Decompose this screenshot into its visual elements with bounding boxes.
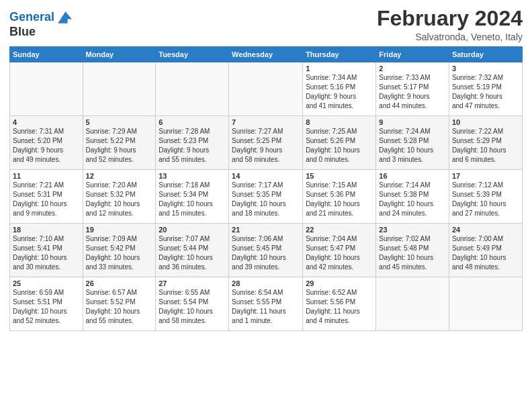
day-number: 3 [452, 64, 519, 73]
day-number: 18 [13, 226, 80, 234]
calendar-container: General Blue February 2024 Salvatronda, … [0, 0, 532, 335]
weekday-header-friday: Friday [376, 47, 449, 62]
calendar-cell: 18Sunrise: 7:10 AM Sunset: 5:41 PM Dayli… [10, 224, 83, 277]
day-number: 2 [379, 64, 446, 73]
day-info: Sunrise: 6:57 AM Sunset: 5:52 PM Dayligh… [86, 288, 153, 326]
calendar-title: February 2024 [377, 7, 523, 30]
day-info: Sunrise: 7:32 AM Sunset: 5:19 PM Dayligh… [452, 73, 519, 111]
day-number: 29 [306, 279, 373, 287]
calendar-cell: 11Sunrise: 7:21 AM Sunset: 5:31 PM Dayli… [10, 170, 83, 224]
calendar-cell [156, 62, 229, 116]
day-info: Sunrise: 7:24 AM Sunset: 5:28 PM Dayligh… [379, 127, 446, 165]
calendar-cell: 22Sunrise: 7:04 AM Sunset: 5:47 PM Dayli… [303, 224, 376, 277]
day-info: Sunrise: 7:34 AM Sunset: 5:16 PM Dayligh… [306, 73, 373, 111]
calendar-cell: 25Sunrise: 6:59 AM Sunset: 5:51 PM Dayli… [10, 277, 83, 331]
calendar-week-row: 4Sunrise: 7:31 AM Sunset: 5:20 PM Daylig… [10, 116, 523, 170]
calendar-cell: 2Sunrise: 7:33 AM Sunset: 5:17 PM Daylig… [376, 62, 449, 116]
day-number: 26 [86, 279, 153, 287]
day-info: Sunrise: 7:25 AM Sunset: 5:26 PM Dayligh… [306, 127, 373, 165]
day-number: 12 [86, 172, 153, 180]
day-number: 19 [86, 226, 153, 234]
calendar-cell [229, 62, 303, 116]
calendar-cell: 26Sunrise: 6:57 AM Sunset: 5:52 PM Dayli… [83, 277, 156, 331]
calendar-week-row: 1Sunrise: 7:34 AM Sunset: 5:16 PM Daylig… [10, 62, 523, 116]
day-number: 10 [452, 118, 519, 126]
day-info: Sunrise: 7:33 AM Sunset: 5:17 PM Dayligh… [379, 73, 446, 111]
calendar-cell: 15Sunrise: 7:15 AM Sunset: 5:36 PM Dayli… [303, 170, 376, 224]
day-info: Sunrise: 7:10 AM Sunset: 5:41 PM Dayligh… [13, 234, 80, 272]
logo-icon [56, 9, 72, 26]
day-number: 15 [306, 172, 373, 180]
calendar-cell [10, 62, 83, 116]
day-info: Sunrise: 7:09 AM Sunset: 5:42 PM Dayligh… [86, 234, 153, 272]
day-info: Sunrise: 7:17 AM Sunset: 5:35 PM Dayligh… [232, 181, 300, 218]
calendar-cell: 6Sunrise: 7:28 AM Sunset: 5:23 PM Daylig… [156, 116, 229, 170]
calendar-cell: 24Sunrise: 7:00 AM Sunset: 5:49 PM Dayli… [449, 224, 522, 277]
calendar-cell: 14Sunrise: 7:17 AM Sunset: 5:35 PM Dayli… [229, 170, 303, 224]
weekday-header-thursday: Thursday [303, 47, 376, 62]
day-info: Sunrise: 7:15 AM Sunset: 5:36 PM Dayligh… [306, 181, 373, 218]
day-info: Sunrise: 6:55 AM Sunset: 5:54 PM Dayligh… [159, 288, 226, 326]
weekday-header-saturday: Saturday [449, 47, 522, 62]
day-info: Sunrise: 7:12 AM Sunset: 5:39 PM Dayligh… [452, 181, 519, 218]
day-number: 1 [306, 64, 373, 73]
day-info: Sunrise: 7:00 AM Sunset: 5:49 PM Dayligh… [452, 234, 519, 272]
day-number: 9 [379, 118, 446, 126]
calendar-cell: 16Sunrise: 7:14 AM Sunset: 5:38 PM Dayli… [376, 170, 449, 224]
svg-marker-0 [58, 11, 72, 24]
calendar-cell: 9Sunrise: 7:24 AM Sunset: 5:28 PM Daylig… [376, 116, 449, 170]
day-number: 23 [379, 226, 446, 234]
calendar-cell: 3Sunrise: 7:32 AM Sunset: 5:19 PM Daylig… [449, 62, 522, 116]
calendar-cell: 13Sunrise: 7:18 AM Sunset: 5:34 PM Dayli… [156, 170, 229, 224]
logo: General Blue [9, 9, 72, 39]
day-info: Sunrise: 7:21 AM Sunset: 5:31 PM Dayligh… [13, 181, 80, 218]
logo-text: General [9, 11, 54, 24]
day-number: 28 [232, 279, 300, 287]
day-number: 5 [86, 118, 153, 126]
calendar-cell [376, 277, 449, 331]
calendar-cell: 1Sunrise: 7:34 AM Sunset: 5:16 PM Daylig… [303, 62, 376, 116]
calendar-cell: 19Sunrise: 7:09 AM Sunset: 5:42 PM Dayli… [83, 224, 156, 277]
weekday-header-sunday: Sunday [10, 47, 83, 62]
calendar-week-row: 18Sunrise: 7:10 AM Sunset: 5:41 PM Dayli… [10, 224, 523, 277]
calendar-cell: 10Sunrise: 7:22 AM Sunset: 5:29 PM Dayli… [449, 116, 522, 170]
day-number: 24 [452, 226, 519, 234]
day-number: 20 [159, 226, 226, 234]
day-info: Sunrise: 7:06 AM Sunset: 5:45 PM Dayligh… [232, 234, 300, 272]
day-number: 22 [306, 226, 373, 234]
day-number: 8 [306, 118, 373, 126]
calendar-subtitle: Salvatronda, Veneto, Italy [377, 32, 523, 42]
calendar-cell: 29Sunrise: 6:52 AM Sunset: 5:56 PM Dayli… [303, 277, 376, 331]
day-info: Sunrise: 7:14 AM Sunset: 5:38 PM Dayligh… [379, 181, 446, 218]
day-info: Sunrise: 7:07 AM Sunset: 5:44 PM Dayligh… [159, 234, 226, 272]
weekday-header-tuesday: Tuesday [156, 47, 229, 62]
day-info: Sunrise: 7:22 AM Sunset: 5:29 PM Dayligh… [452, 127, 519, 165]
day-info: Sunrise: 6:54 AM Sunset: 5:55 PM Dayligh… [232, 288, 300, 326]
calendar-cell: 28Sunrise: 6:54 AM Sunset: 5:55 PM Dayli… [229, 277, 303, 331]
calendar-header: General Blue February 2024 Salvatronda, … [9, 7, 523, 42]
weekday-header-wednesday: Wednesday [229, 47, 303, 62]
day-number: 7 [232, 118, 300, 126]
calendar-table: SundayMondayTuesdayWednesdayThursdayFrid… [9, 46, 523, 331]
day-info: Sunrise: 7:18 AM Sunset: 5:34 PM Dayligh… [159, 181, 226, 218]
calendar-cell: 20Sunrise: 7:07 AM Sunset: 5:44 PM Dayli… [156, 224, 229, 277]
day-number: 11 [13, 172, 80, 180]
day-number: 25 [13, 279, 80, 287]
day-info: Sunrise: 7:28 AM Sunset: 5:23 PM Dayligh… [159, 127, 226, 165]
calendar-cell [83, 62, 156, 116]
calendar-cell: 17Sunrise: 7:12 AM Sunset: 5:39 PM Dayli… [449, 170, 522, 224]
day-number: 17 [452, 172, 519, 180]
calendar-cell: 5Sunrise: 7:29 AM Sunset: 5:22 PM Daylig… [83, 116, 156, 170]
day-info: Sunrise: 7:02 AM Sunset: 5:48 PM Dayligh… [379, 234, 446, 272]
day-number: 27 [159, 279, 226, 287]
calendar-cell [449, 277, 522, 331]
day-number: 13 [159, 172, 226, 180]
day-number: 6 [159, 118, 226, 126]
day-number: 4 [13, 118, 80, 126]
calendar-cell: 7Sunrise: 7:27 AM Sunset: 5:25 PM Daylig… [229, 116, 303, 170]
day-number: 16 [379, 172, 446, 180]
logo-blue-text: Blue [9, 25, 36, 38]
day-number: 21 [232, 226, 300, 234]
day-info: Sunrise: 7:20 AM Sunset: 5:32 PM Dayligh… [86, 181, 153, 218]
weekday-header-monday: Monday [83, 47, 156, 62]
